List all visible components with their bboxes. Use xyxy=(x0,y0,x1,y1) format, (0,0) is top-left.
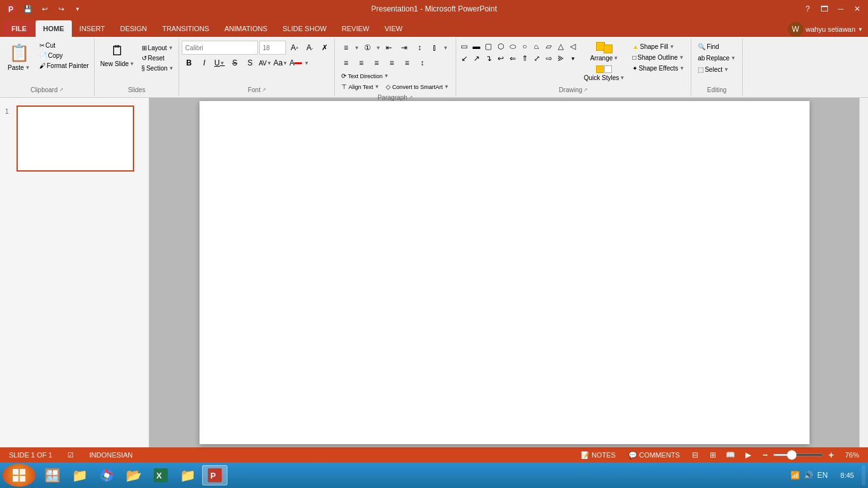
slide-thumb-image[interactable] xyxy=(17,105,134,172)
italic-btn[interactable]: I xyxy=(197,56,211,70)
arrange-dropdown[interactable]: ▼ xyxy=(613,55,618,61)
redo-quick-btn[interactable]: ↪ xyxy=(55,3,67,15)
font-color-dropdown[interactable]: ▼ xyxy=(304,60,309,66)
shape-rounded[interactable]: ▢ xyxy=(483,41,494,52)
tab-file[interactable]: FILE xyxy=(3,20,36,37)
zoom-out-btn[interactable]: − xyxy=(760,450,770,460)
taskbar-explorer[interactable]: 🪟 xyxy=(39,465,65,485)
align-text-btn[interactable]: ⊤ Align Text ▼ xyxy=(339,82,382,92)
underline-btn[interactable]: U▼ xyxy=(212,56,226,70)
shape-rarrow[interactable]: ↗ xyxy=(471,53,482,64)
shape-outline-dropdown[interactable]: ▼ xyxy=(679,55,684,60)
normal-view-btn[interactable]: ⊟ xyxy=(689,449,702,461)
para-expand-icon[interactable]: ↗ xyxy=(409,95,413,100)
align-left-btn[interactable]: ≡ xyxy=(339,56,353,70)
clipboard-label[interactable]: Clipboard ↗ xyxy=(28,85,66,95)
zoom-slider[interactable] xyxy=(773,454,824,456)
tab-animations[interactable]: ANIMATIONS xyxy=(217,20,275,37)
close-btn[interactable]: ✕ xyxy=(851,4,863,14)
bullets-dropdown[interactable]: ▼ xyxy=(354,45,359,51)
font-name-input[interactable] xyxy=(182,41,258,55)
new-slide-button[interactable]: 🗒 New Slide ▼ xyxy=(97,41,138,69)
font-expand-icon[interactable]: ↗ xyxy=(262,87,266,93)
find-button[interactable]: 🔍 Find xyxy=(695,42,721,51)
zoom-level-btn[interactable]: 76% xyxy=(841,450,863,460)
tab-home[interactable]: HOME xyxy=(36,20,72,37)
char-spacing-btn[interactable]: AV▼ xyxy=(258,56,272,70)
shape-uturn[interactable]: ↩ xyxy=(495,53,506,64)
paragraph-label[interactable]: Paragraph ↗ xyxy=(375,93,416,102)
tab-slideshow[interactable]: SLIDE SHOW xyxy=(275,20,334,37)
shape-oval[interactable]: ⬭ xyxy=(507,41,519,52)
text-shadow-btn[interactable]: S xyxy=(243,56,257,70)
justify-btn[interactable]: ≡ xyxy=(384,56,398,70)
select-button[interactable]: ⬚ Select ▼ xyxy=(695,65,731,74)
tab-view[interactable]: VIEW xyxy=(377,20,410,37)
line-spacing-btn[interactable]: ↕ xyxy=(412,41,426,55)
change-case-btn[interactable]: Aa▼ xyxy=(273,56,287,70)
taskbar-browser[interactable] xyxy=(94,465,119,485)
shape-circle[interactable]: ○ xyxy=(519,41,531,52)
shapes-more[interactable]: ▼ xyxy=(567,53,579,64)
shape-trap[interactable]: ⏢ xyxy=(531,41,543,52)
reading-view-btn[interactable]: 📖 xyxy=(724,449,737,461)
shape-larrow[interactable]: ⇐ xyxy=(507,53,519,64)
quick-styles-button[interactable]: Quick Styles ▼ xyxy=(581,64,628,83)
volume-icon[interactable]: 🔊 xyxy=(804,471,813,480)
notes-btn[interactable]: 📝 NOTES xyxy=(577,450,620,461)
shape-outline-btn[interactable]: □ Shape Outline ▼ xyxy=(630,53,687,62)
taskbar-excel[interactable]: X xyxy=(148,465,173,485)
shape-fill-dropdown[interactable]: ▼ xyxy=(670,44,675,50)
bullets-btn[interactable]: ≡ xyxy=(339,41,353,55)
layout-button[interactable]: ⊞ Layout ▼ xyxy=(139,43,177,53)
taskbar-folder[interactable]: 📂 xyxy=(121,465,147,485)
slide-sorter-btn[interactable]: ⊞ xyxy=(707,449,719,461)
tab-insert[interactable]: INSERT xyxy=(72,20,112,37)
columns-btn[interactable]: ⫿ xyxy=(428,41,442,55)
shape-fill-btn[interactable]: ▲ Shape Fill ▼ xyxy=(630,42,687,51)
inc-indent-btn[interactable]: ⇥ xyxy=(397,41,411,55)
customize-quick-btn[interactable]: ▼ xyxy=(71,3,84,15)
comments-btn[interactable]: 💬 COMMENTS xyxy=(625,450,684,461)
numbering-dropdown[interactable]: ▼ xyxy=(376,45,381,51)
numbering-btn[interactable]: ① xyxy=(360,41,374,55)
user-dropdown[interactable]: ▼ xyxy=(858,27,863,32)
slideshow-view-btn[interactable]: ▶ xyxy=(742,449,755,461)
strikethrough-btn[interactable]: S xyxy=(227,56,241,70)
accessibility-btn[interactable]: ☑ xyxy=(64,450,78,461)
restore-btn[interactable]: 🗖 xyxy=(818,4,830,14)
help-btn[interactable]: ? xyxy=(802,4,813,14)
slide-info-btn[interactable]: SLIDE 1 OF 1 xyxy=(5,450,56,460)
shape-arrow[interactable]: ↙ xyxy=(459,53,470,64)
distribute-btn[interactable]: ≡ xyxy=(400,56,414,70)
copy-button[interactable]: 📄 Copy xyxy=(37,51,92,60)
convert-smartart-btn[interactable]: ◇ Convert to SmartArt ▼ xyxy=(383,82,451,92)
font-color-btn[interactable]: A xyxy=(288,56,302,70)
right-scrollbar[interactable] xyxy=(859,98,868,447)
shape-notch[interactable]: ⇨ xyxy=(543,53,555,64)
slide-thumbnail-1[interactable]: 1 xyxy=(3,103,146,174)
shape-snip[interactable]: ⬡ xyxy=(495,41,506,52)
line-spacing2-btn[interactable]: ↕ xyxy=(415,56,429,70)
font-size-input[interactable] xyxy=(259,41,286,55)
shape-rect2[interactable]: ▬ xyxy=(471,41,482,52)
shape-rect[interactable]: ▭ xyxy=(459,41,470,52)
lang-indicator[interactable]: EN xyxy=(817,471,828,480)
slide-canvas[interactable] xyxy=(200,101,810,444)
save-quick-btn[interactable]: 💾 xyxy=(22,3,34,15)
minimize-btn[interactable]: ─ xyxy=(835,4,846,14)
start-button[interactable] xyxy=(3,464,36,487)
clear-formatting-btn[interactable]: ✗ xyxy=(318,41,332,55)
quick-styles-dropdown[interactable]: ▼ xyxy=(620,75,625,81)
text-direction-btn[interactable]: ⟳ Text Direction ▼ xyxy=(339,71,391,81)
clipboard-expand-icon[interactable]: ↗ xyxy=(59,87,64,93)
shape-stripe[interactable]: ⫸ xyxy=(555,53,567,64)
bold-btn[interactable]: B xyxy=(182,56,196,70)
reset-button[interactable]: ↺ Reset xyxy=(139,53,177,63)
shape-para[interactable]: ▱ xyxy=(543,41,555,52)
shape-darrow[interactable]: ⇑ xyxy=(519,53,531,64)
underline-dropdown[interactable]: ▼ xyxy=(220,60,225,66)
font-label[interactable]: Font ↗ xyxy=(245,85,269,95)
shape-rtri[interactable]: ◁ xyxy=(567,41,579,52)
taskbar-file-manager[interactable]: 📁 xyxy=(67,465,93,485)
